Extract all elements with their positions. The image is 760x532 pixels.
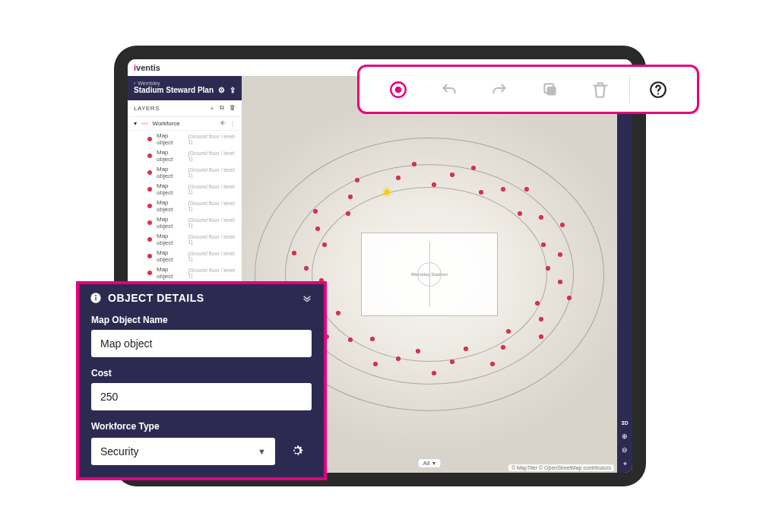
- map-marker[interactable]: [560, 223, 565, 227]
- group-icon: ◦◦◦: [141, 120, 148, 127]
- map-marker[interactable]: [490, 362, 495, 366]
- layer-color-dot: [147, 237, 152, 242]
- zoom-out-icon[interactable]: ⊖: [620, 445, 629, 454]
- chevron-down-icon: ▾: [432, 460, 435, 467]
- toolbar-divider: [629, 76, 630, 103]
- field-cost: Cost: [91, 368, 312, 410]
- share-icon[interactable]: ⇪: [230, 86, 236, 94]
- help-button[interactable]: [633, 67, 684, 112]
- undo-button[interactable]: [424, 67, 475, 112]
- copy-icon: [540, 80, 560, 100]
- layer-item-label: Map object: [157, 249, 183, 263]
- breadcrumb[interactable]: ‹ Wembley: [134, 81, 236, 86]
- collapse-icon[interactable]: [301, 292, 313, 304]
- map-marker[interactable]: [539, 334, 543, 339]
- record-button[interactable]: [373, 67, 424, 112]
- layer-item[interactable]: Map object(Ground floor / level 1): [128, 147, 242, 164]
- layer-item[interactable]: Map object(Ground floor / level 1): [128, 198, 242, 214]
- layers-label: LAYERS: [134, 105, 160, 112]
- map-marker[interactable]: [416, 349, 420, 353]
- info-icon: [90, 292, 102, 304]
- map-marker[interactable]: [396, 356, 401, 361]
- map-marker[interactable]: [304, 266, 309, 271]
- map-marker[interactable]: [501, 187, 505, 192]
- layer-item-label: Map object: [157, 182, 183, 196]
- breadcrumb-parent: Wembley: [138, 81, 160, 86]
- layer-item[interactable]: Map object(Ground floor / level 1): [128, 264, 242, 281]
- map-marker[interactable]: [546, 266, 550, 271]
- layer-item[interactable]: Map object(Ground floor / level 1): [128, 214, 242, 231]
- layer-item-sub: (Ground floor / level 1): [188, 167, 236, 178]
- layer-item-sub: (Ground floor / level 1): [188, 184, 236, 195]
- svg-point-1: [395, 86, 402, 93]
- view-3d-button[interactable]: 3D: [620, 418, 629, 427]
- layer-color-dot: [147, 137, 152, 141]
- type-value: Security: [100, 445, 139, 458]
- layer-item[interactable]: Map object(Ground floor / level 1): [128, 181, 242, 198]
- map-marker[interactable]: [464, 347, 468, 351]
- delete-layer-icon[interactable]: 🗑: [230, 104, 236, 112]
- map-marker[interactable]: [346, 211, 350, 216]
- zoom-in-icon[interactable]: ⊕: [620, 432, 629, 441]
- locate-icon[interactable]: ⌖: [620, 459, 629, 468]
- map-marker[interactable]: [450, 359, 454, 364]
- gear-icon[interactable]: ⚙: [218, 86, 225, 94]
- object-details-title: OBJECT DETAILS: [108, 292, 204, 304]
- gear-icon: [290, 443, 305, 458]
- copy-button[interactable]: [525, 67, 576, 112]
- layer-group[interactable]: ▾ ◦◦◦ Workforce 👁 ⋮: [128, 117, 242, 131]
- sidebar-header: ‹ Wembley Stadium Steward Plan ⚙ ⇪: [128, 76, 242, 100]
- layer-item[interactable]: Map object(Ground floor / level 1): [128, 231, 242, 248]
- svg-rect-2: [546, 86, 556, 95]
- map-marker[interactable]: [396, 176, 401, 180]
- type-select[interactable]: Security ▼: [91, 438, 275, 465]
- floor-selector[interactable]: All ▾: [418, 458, 442, 468]
- layer-item-sub: (Ground floor / level 1): [188, 251, 236, 261]
- layer-item-sub: (Ground floor / level 1): [188, 268, 236, 278]
- delete-button[interactable]: [575, 67, 626, 112]
- layer-item[interactable]: Map object(Ground floor / level 1): [128, 131, 242, 147]
- layer-color-dot: [147, 154, 152, 158]
- map-marker[interactable]: [412, 162, 416, 166]
- layer-item[interactable]: Map object(Ground floor / level 1): [128, 164, 242, 181]
- layer-color-dot: [147, 254, 152, 258]
- brand-logo: iiventisventis: [134, 63, 160, 72]
- layer-color-dot: [147, 170, 152, 175]
- cost-label: Cost: [91, 368, 312, 378]
- trash-icon: [591, 80, 610, 100]
- map-marker[interactable]: [524, 187, 529, 192]
- map-marker[interactable]: [313, 209, 318, 214]
- map-marker[interactable]: [432, 182, 436, 187]
- layer-color-dot: [147, 271, 152, 275]
- field-name: Map Object Name: [91, 315, 312, 357]
- cost-input[interactable]: [91, 383, 312, 410]
- svg-rect-7: [95, 297, 96, 301]
- chevron-left-icon: ‹: [134, 81, 135, 86]
- object-details-header: OBJECT DETAILS: [79, 284, 324, 312]
- map-marker[interactable]: [370, 337, 375, 341]
- map-marker-selected[interactable]: [385, 190, 389, 195]
- layer-item-label: Map object: [157, 166, 183, 179]
- map-marker[interactable]: [373, 362, 378, 366]
- layer-item-sub: (Ground floor / level 1): [188, 201, 236, 211]
- name-label: Map Object Name: [91, 315, 312, 325]
- layer-item-label: Map object: [157, 132, 183, 146]
- layer-item[interactable]: Map object(Ground floor / level 1): [128, 248, 242, 264]
- map-marker[interactable]: [558, 280, 562, 284]
- layer-item-sub: (Ground floor / level 1): [188, 234, 236, 245]
- chevron-down-icon: ▾: [134, 120, 137, 127]
- copy-layer-icon[interactable]: ⧉: [220, 104, 225, 112]
- name-input[interactable]: [91, 330, 312, 357]
- redo-button[interactable]: [474, 67, 525, 112]
- map-attribution: © MapTiler © OpenStreetMap contributors: [508, 464, 614, 471]
- layer-item-sub: (Ground floor / level 1): [188, 150, 236, 161]
- type-settings-button[interactable]: [283, 436, 312, 465]
- map-marker[interactable]: [471, 166, 476, 170]
- more-icon[interactable]: ⋮: [230, 120, 236, 127]
- add-layer-icon[interactable]: ＋: [209, 104, 216, 112]
- map-marker[interactable]: [432, 371, 436, 375]
- map-marker[interactable]: [348, 337, 353, 342]
- action-toolbar: [357, 65, 699, 114]
- visibility-icon[interactable]: 👁: [220, 120, 226, 127]
- map-marker[interactable]: [541, 242, 546, 247]
